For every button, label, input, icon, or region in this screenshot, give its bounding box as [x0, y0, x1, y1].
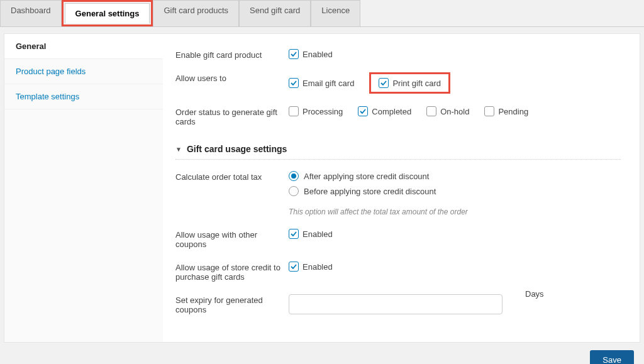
enable-gift-product-label: Enable gift card product — [175, 49, 289, 60]
main-panel: General Product page fields Template set… — [4, 33, 640, 343]
sidebar-item-general[interactable]: General — [4, 34, 163, 59]
checkbox-label: Processing — [303, 107, 343, 116]
onhold-checkbox[interactable]: On-hold — [426, 106, 469, 116]
tab-licence[interactable]: Licence — [311, 0, 360, 26]
other-coupons-checkbox[interactable]: Enabled — [289, 229, 333, 239]
tab-general-settings[interactable]: General settings — [65, 3, 150, 23]
sidebar-item-product-fields[interactable]: Product page fields — [4, 59, 163, 84]
radio-label: Before applying store credit discount — [304, 187, 436, 196]
checkbox-label: Pending — [498, 107, 528, 116]
radio-label: After applying store credit discount — [304, 172, 429, 181]
collapse-triangle-icon: ▼ — [175, 146, 182, 153]
tax-before-radio[interactable]: Before applying store credit discount — [289, 186, 468, 196]
tab-dashboard[interactable]: Dashboard — [0, 0, 62, 26]
other-coupons-label: Allow usage with other coupons — [175, 229, 289, 249]
usage-section-head[interactable]: ▼ Gift card usage settings — [175, 144, 621, 160]
tax-helper-text: This option will affect the total tax am… — [289, 207, 468, 216]
checkbox-label: Enabled — [303, 262, 333, 272]
settings-content: Enable gift card product Enabled Allow u… — [163, 34, 640, 342]
store-credit-label: Allow usage of store credit to purchase … — [175, 262, 289, 282]
checkbox-label: On-hold — [440, 107, 469, 116]
tabs-bar: Dashboard General settings Gift card pro… — [0, 0, 644, 27]
settings-sidebar: General Product page fields Template set… — [4, 34, 163, 342]
checkbox-label: Completed — [372, 107, 411, 116]
tax-after-radio[interactable]: After applying store credit discount — [289, 171, 468, 181]
store-credit-checkbox[interactable]: Enabled — [289, 262, 333, 272]
expiry-input[interactable] — [289, 294, 502, 314]
processing-checkbox[interactable]: Processing — [289, 106, 343, 116]
expiry-label: Set expiry for generated coupons — [175, 294, 289, 314]
calc-tax-label: Calculate order total tax — [175, 171, 289, 182]
print-gift-card-checkbox[interactable]: Print gift card — [379, 78, 441, 88]
enable-gift-product-checkbox[interactable]: Enabled — [289, 49, 333, 59]
highlight-box-tab: General settings — [62, 0, 153, 26]
section-title: Gift card usage settings — [187, 144, 287, 154]
save-button[interactable]: Save — [590, 350, 634, 364]
pending-checkbox[interactable]: Pending — [484, 106, 528, 116]
checkbox-label: Print gift card — [392, 79, 441, 88]
footer-actions: Save — [0, 343, 644, 364]
expiry-suffix: Days — [525, 289, 544, 299]
completed-checkbox[interactable]: Completed — [358, 106, 411, 116]
sidebar-item-template-settings[interactable]: Template settings — [4, 84, 163, 109]
highlight-box-print: Print gift card — [369, 72, 450, 94]
tab-gift-card-products[interactable]: Gift card products — [153, 0, 239, 26]
checkbox-label: Email gift card — [303, 79, 354, 88]
email-gift-card-checkbox[interactable]: Email gift card — [289, 78, 354, 88]
tab-send-gift-card[interactable]: Send gift card — [239, 0, 311, 26]
allow-users-label: Allow users to — [175, 72, 289, 83]
checkbox-label: Enabled — [303, 229, 333, 239]
checkbox-label: Enabled — [303, 50, 333, 59]
order-status-label: Order status to generate gift cards — [175, 106, 289, 126]
